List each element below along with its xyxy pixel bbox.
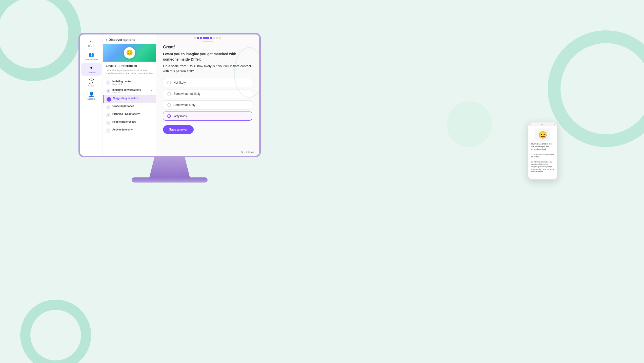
- account-icon: 👤: [89, 92, 94, 97]
- bg-shape-tl: [0, 0, 81, 81]
- step-content-2: Initiating conversations 4 out of 4: [112, 88, 141, 94]
- communities-icon: 👥: [89, 52, 94, 58]
- monitor-stand: [144, 157, 195, 177]
- step-content-6: People preferences: [112, 120, 136, 123]
- radio-somewhat-not: [167, 92, 171, 96]
- dot-2: [197, 37, 199, 39]
- radio-somewhat-likely: [167, 103, 171, 107]
- step-content-4: Grade importance: [112, 105, 134, 107]
- sidebar: ⌂ Home 👥 Communities ✦ Discover 💬 Chats …: [80, 34, 103, 156]
- step-check-1: ✓: [150, 80, 153, 84]
- step-name-4: Grade importance: [112, 105, 134, 107]
- banner-image: 😊: [103, 44, 156, 62]
- greeting-text: Great!: [163, 45, 252, 49]
- step-number-7: 7: [106, 129, 110, 133]
- main-content: Great! I want you to imagine you get mat…: [156, 34, 259, 156]
- step-name-2: Initiating conversations: [112, 88, 141, 91]
- phone-back-icon: ‹: [530, 124, 531, 125]
- dot-7: [216, 37, 218, 39]
- step-item-6[interactable]: 6 People preferences: [103, 119, 156, 127]
- back-button[interactable]: ‹: [106, 38, 107, 42]
- step-item-5[interactable]: 5 Planning / Spontaneity: [103, 111, 156, 119]
- radio-not-likely: [167, 81, 171, 84]
- step-name-7: Activity intensity: [112, 128, 133, 131]
- option-very-likely[interactable]: Very likely: [163, 112, 252, 121]
- gear-icon: ⚙: [241, 150, 244, 154]
- options-button[interactable]: ⚙ Options: [241, 150, 254, 154]
- step-content-3: Suggesting activities: [113, 97, 138, 100]
- step-item-7[interactable]: 7 Activity intensity: [103, 127, 156, 135]
- phone-mockup: ‹ Bo ⊞ 😐 Hi, I'm Bo, a chatbot that can …: [528, 122, 558, 180]
- dot-1: [194, 37, 196, 39]
- step-item-1[interactable]: 1 Initiating contact 3 out of 4 ✓: [103, 79, 156, 87]
- monitor-screen: ⌂ Home 👥 Communities ✦ Discover 💬 Chats …: [78, 33, 261, 157]
- level-desc: Let me know your preferences in various …: [106, 69, 153, 75]
- sidebar-item-chats[interactable]: 💬 Chats: [81, 76, 102, 89]
- level-title: Level 1 – Preferences: [106, 64, 153, 68]
- sidebar-item-communities[interactable]: 👥 Communities: [81, 50, 102, 63]
- step-number-1: 1: [106, 80, 110, 85]
- steps-list: 1 Initiating contact 3 out of 4 ✓ 2 Init…: [103, 77, 156, 137]
- phone-header: ‹ Bo ⊞: [528, 122, 557, 126]
- option-label-somewhat-not: Somewhat not likely: [173, 92, 200, 96]
- option-label-very-likely: Very likely: [173, 114, 187, 118]
- step-sub-1: 3 out of 4: [112, 83, 133, 85]
- progress-dots: [156, 34, 259, 40]
- option-somewhat-likely[interactable]: Somewhat likely: [163, 100, 252, 110]
- radio-very-likely: [167, 114, 171, 118]
- sidebar-item-account[interactable]: 👤 Account: [81, 89, 102, 102]
- discover-icon: ✦: [89, 65, 93, 71]
- drag-handle: [203, 41, 213, 42]
- bot-face-emoji: 😐: [538, 131, 547, 139]
- sidebar-label-account: Account: [87, 98, 95, 100]
- step-name-6: People preferences: [112, 120, 136, 123]
- level-info: Level 1 – Preferences Let me know your p…: [103, 62, 156, 77]
- left-panel: ‹ Discover options 😊 Level 1 – Preferenc…: [103, 34, 156, 156]
- sidebar-label-communities: Communities: [85, 58, 98, 61]
- chats-icon: 💬: [89, 78, 94, 84]
- phone-bot-name: Bo: [541, 124, 544, 125]
- option-label-somewhat-likely: Somewhat likely: [173, 103, 195, 107]
- monitor-base: [132, 177, 208, 183]
- dot-8: [219, 37, 221, 39]
- sidebar-label-home: Home: [88, 45, 94, 47]
- save-answer-button[interactable]: Save answer: [163, 125, 194, 134]
- step-item-3[interactable]: 3 Suggesting activities: [103, 95, 156, 103]
- phone-greeting: Hi, I'm Bo, a chatbot that can connect y…: [530, 143, 555, 173]
- phone-message1: To do so, I need to get to know you bett…: [531, 153, 554, 158]
- monitor-wrapper: ⌂ Home 👥 Communities ✦ Discover 💬 Chats …: [78, 33, 261, 183]
- home-icon: ⌂: [90, 39, 93, 44]
- step-check-2: ✓: [150, 88, 153, 92]
- option-label-not-likely: Not likely: [173, 81, 186, 84]
- sidebar-item-discover[interactable]: ✦ Discover: [81, 63, 102, 76]
- sidebar-label-chats: Chats: [88, 84, 94, 87]
- bg-shape-mid: [447, 101, 492, 147]
- step-content-1: Initiating contact 3 out of 4: [112, 80, 133, 85]
- step-name-5: Planning / Spontaneity: [112, 113, 140, 115]
- step-item-2[interactable]: 2 Initiating conversations 4 out of 4 ✓: [103, 87, 156, 95]
- phone-greeting-text: Hi, I'm Bo, a chatbot that can connect y…: [531, 143, 554, 151]
- bg-shape-tr: [548, 30, 644, 147]
- dot-4: [203, 37, 209, 39]
- panel-header: ‹ Discover options: [103, 34, 156, 44]
- dot-3: [200, 37, 202, 39]
- options-label: Options: [245, 151, 254, 154]
- step-number-4: 4: [106, 105, 110, 110]
- sidebar-label-discover: Discover: [87, 71, 96, 74]
- phone-message2: I would love to ask you a few questions.…: [531, 161, 554, 173]
- panel-title: Discover options: [109, 38, 135, 42]
- step-sub-2: 4 out of 4: [112, 91, 141, 94]
- phone-menu-icon: ⊞: [554, 123, 555, 125]
- banner-avatar: 😊: [124, 47, 135, 59]
- step-number-6: 6: [106, 121, 110, 125]
- step-name-3: Suggesting activities: [113, 97, 138, 100]
- dot-5: [210, 37, 212, 39]
- step-number-2: 2: [106, 89, 110, 93]
- step-content-5: Planning / Spontaneity: [112, 113, 140, 115]
- phone-screen: 😐 Hi, I'm Bo, a chatbot that can connect…: [528, 126, 557, 175]
- sidebar-item-home[interactable]: ⌂ Home: [81, 37, 102, 49]
- bottom-bar: ⚙ Options: [156, 148, 259, 156]
- dot-6: [213, 37, 215, 39]
- step-item-4[interactable]: 4 Grade importance: [103, 103, 156, 111]
- bot-face: 😐: [535, 129, 550, 141]
